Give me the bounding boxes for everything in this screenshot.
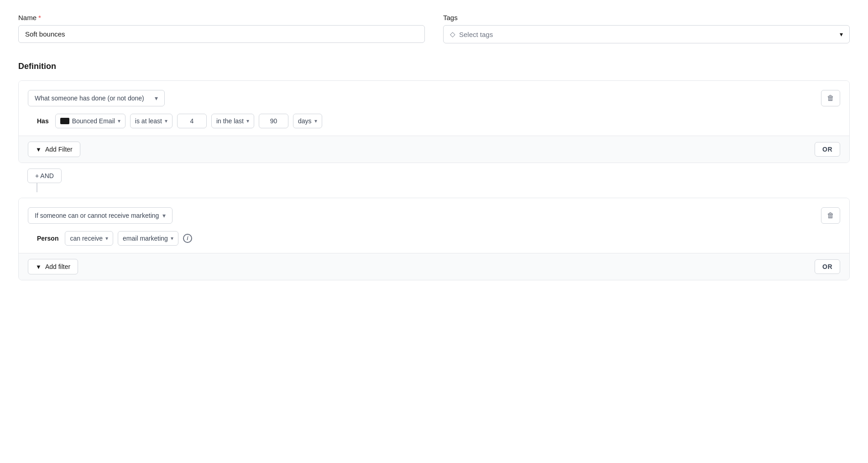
tags-select[interactable]: ◇ Select tags ▾ xyxy=(443,25,850,43)
or-1-button[interactable]: OR xyxy=(815,142,840,157)
or-2-label: OR xyxy=(822,263,832,270)
condition-header-2: If someone can or cannot receive marketi… xyxy=(19,198,849,253)
operator-select[interactable]: is at least ▾ xyxy=(130,114,173,128)
actions-row-2: ▼ Add filter OR xyxy=(19,253,849,280)
filter-row-2: Person can receive ▾ email marketing ▾ i xyxy=(28,231,840,253)
condition-type-dropdown-1[interactable]: What someone has done (or not done) ▾ xyxy=(28,90,165,106)
name-input[interactable] xyxy=(18,25,425,43)
bounced-email-icon xyxy=(60,118,69,124)
condition-block-2: If someone can or cannot receive marketi… xyxy=(18,198,850,280)
condition-block-1: What someone has done (or not done) ▾ 🗑 … xyxy=(18,80,850,163)
time-unit-chevron-icon: ▾ xyxy=(314,118,317,124)
definition-section: Definition What someone has done (or not… xyxy=(18,62,850,280)
marketing-type-label: email marketing xyxy=(123,235,168,242)
and-connector: + AND xyxy=(18,168,850,192)
condition-type-chevron-icon-1: ▾ xyxy=(155,95,158,102)
time-operator-chevron-icon: ▾ xyxy=(246,118,249,124)
marketing-type-chevron-icon: ▾ xyxy=(171,235,173,242)
or-1-label: OR xyxy=(822,146,832,153)
add-filter-1-icon: ▼ xyxy=(36,146,42,153)
tags-left: ◇ Select tags xyxy=(450,30,493,38)
and-button[interactable]: + AND xyxy=(27,168,62,183)
condition-selector-row-1: What someone has done (or not done) ▾ 🗑 xyxy=(28,90,840,106)
add-filter-2-label: Add filter xyxy=(45,263,70,270)
condition-type-chevron-icon-2: ▾ xyxy=(162,212,166,219)
condition-type-label-1: What someone has done (or not done) xyxy=(35,95,144,102)
person-label: Person xyxy=(37,235,58,242)
operator-label: is at least xyxy=(135,117,162,125)
condition-type-label-2: If someone can or cannot receive marketi… xyxy=(35,212,159,219)
time-operator-select[interactable]: in the last ▾ xyxy=(211,114,254,128)
form-header: Name * Tags ◇ Select tags ▾ xyxy=(18,14,850,43)
time-value-input[interactable] xyxy=(259,114,288,128)
time-operator-label: in the last xyxy=(216,117,244,125)
delete-condition-2-button[interactable]: 🗑 xyxy=(821,207,840,224)
time-unit-label: days xyxy=(298,117,312,125)
definition-title: Definition xyxy=(18,62,850,71)
tags-group: Tags ◇ Select tags ▾ xyxy=(443,14,850,43)
count-input[interactable] xyxy=(177,114,207,128)
add-filter-2-icon: ▼ xyxy=(36,263,42,270)
condition-type-dropdown-2[interactable]: If someone can or cannot receive marketi… xyxy=(28,207,173,224)
has-label: Has xyxy=(37,117,49,125)
add-filter-2-button[interactable]: ▼ Add filter xyxy=(28,259,78,274)
receive-operator-label: can receive xyxy=(70,235,103,242)
receive-operator-select[interactable]: can receive ▾ xyxy=(65,231,113,246)
condition-header-1: What someone has done (or not done) ▾ 🗑 … xyxy=(19,81,849,136)
marketing-type-select[interactable]: email marketing ▾ xyxy=(118,231,178,246)
condition-selector-row-2: If someone can or cannot receive marketi… xyxy=(28,207,840,224)
name-group: Name * xyxy=(18,14,425,43)
tag-icon: ◇ xyxy=(450,30,455,38)
add-filter-1-label: Add Filter xyxy=(45,146,73,153)
event-type-select[interactable]: Bounced Email ▾ xyxy=(55,114,125,128)
connector-line xyxy=(37,183,37,192)
event-type-chevron-icon: ▾ xyxy=(118,118,120,124)
and-label: + AND xyxy=(35,172,54,179)
add-filter-1-button[interactable]: ▼ Add Filter xyxy=(28,142,80,157)
operator-chevron-icon: ▾ xyxy=(165,118,167,124)
receive-operator-chevron-icon: ▾ xyxy=(105,235,108,242)
delete-condition-1-button[interactable]: 🗑 xyxy=(821,90,840,106)
required-indicator: * xyxy=(38,14,41,21)
filter-row-1: Has Bounced Email ▾ is at least ▾ in the… xyxy=(28,114,840,136)
delete-icon-2: 🗑 xyxy=(827,211,834,220)
actions-row-1: ▼ Add Filter OR xyxy=(19,136,849,163)
info-icon[interactable]: i xyxy=(183,234,192,243)
event-type-label: Bounced Email xyxy=(72,117,115,125)
tags-placeholder: Select tags xyxy=(459,31,493,38)
tags-label: Tags xyxy=(443,14,850,21)
delete-icon-1: 🗑 xyxy=(827,94,834,102)
name-label: Name * xyxy=(18,14,425,21)
or-2-button[interactable]: OR xyxy=(815,259,840,274)
time-unit-select[interactable]: days ▾ xyxy=(293,114,322,128)
tags-chevron-icon: ▾ xyxy=(840,31,843,38)
